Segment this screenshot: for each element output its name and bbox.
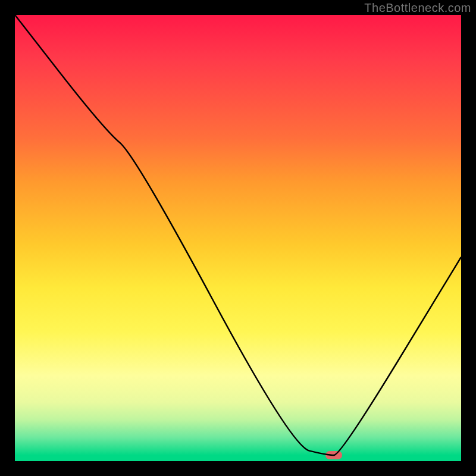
bottleneck-curve (15, 15, 461, 461)
chart-plot (15, 15, 461, 461)
stage: TheBottleneck.com (0, 0, 476, 476)
curve-path (15, 15, 461, 455)
attribution-text: TheBottleneck.com (364, 1, 471, 15)
